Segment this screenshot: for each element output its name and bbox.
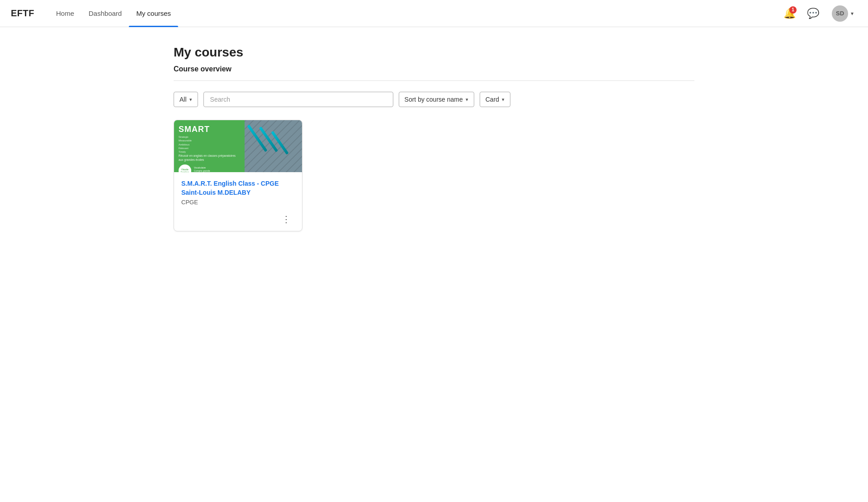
course-card-image: SMART StrategicMeasurableAmbitiousReleva…: [174, 120, 302, 172]
message-button[interactable]: 💬: [805, 5, 821, 22]
smart-column-1: StrategicMeasurableAmbitiousRelevantTime…: [179, 135, 192, 154]
course-thumbnail: SMART StrategicMeasurableAmbitiousReleva…: [174, 120, 302, 172]
nav-home[interactable]: Home: [49, 0, 81, 27]
course-card-body: S.M.A.R.T. English Class - CPGE Saint-Lo…: [174, 172, 302, 213]
course-title[interactable]: S.M.A.R.T. English Class - CPGE Saint-Lo…: [181, 179, 295, 197]
view-label: Card: [486, 96, 499, 103]
course-category: CPGE: [181, 199, 295, 206]
view-chevron-icon: ▾: [502, 97, 505, 103]
sort-select[interactable]: Sort by course name ▾: [399, 92, 474, 107]
header-left: EFTF Home Dashboard My courses: [11, 0, 178, 27]
chevron-down-icon: ▾: [851, 10, 854, 17]
message-icon: 💬: [807, 8, 819, 19]
all-filter-select[interactable]: All ▾: [174, 92, 198, 107]
logo: EFTF: [11, 8, 34, 19]
header: EFTF Home Dashboard My courses 🔔 1 💬 SD …: [0, 0, 868, 27]
courses-grid: SMART StrategicMeasurableAmbitiousReleva…: [174, 120, 694, 231]
sort-label: Sort by course name: [405, 96, 463, 103]
smart-tagline: Réussir en anglais en classes préparatoi…: [179, 154, 240, 162]
section-divider: [174, 80, 694, 81]
course-card[interactable]: SMART StrategicMeasurableAmbitiousReleva…: [174, 120, 302, 231]
pencil-icon-2: [259, 127, 278, 152]
nav-dashboard[interactable]: Dashboard: [81, 0, 129, 27]
notification-badge: 1: [789, 6, 797, 14]
avatar: SD: [832, 5, 848, 22]
smart-badge: l'écolel'amène: [179, 164, 191, 172]
smart-details: VocabulaireCompris grandeExercices de tr…: [194, 166, 217, 172]
all-filter-chevron-icon: ▾: [189, 97, 192, 103]
all-filter-label: All: [179, 96, 187, 103]
sort-chevron-icon: ▾: [466, 97, 468, 103]
main-nav: Home Dashboard My courses: [49, 0, 178, 27]
search-input[interactable]: [203, 92, 393, 107]
search-wrapper: [203, 92, 393, 107]
section-title: Course overview: [174, 65, 694, 73]
course-thumbnail-left: SMART StrategicMeasurableAmbitiousReleva…: [174, 120, 245, 172]
nav-my-courses[interactable]: My courses: [129, 0, 178, 27]
header-right: 🔔 1 💬 SD ▾: [781, 4, 857, 23]
notification-button[interactable]: 🔔 1: [781, 5, 797, 22]
course-thumbnail-right: [245, 120, 302, 172]
filter-bar: All ▾ Sort by course name ▾ Card ▾: [174, 92, 694, 107]
pencil-icon-1: [247, 125, 267, 152]
course-more-button[interactable]: ⋮: [278, 213, 295, 225]
course-card-footer: ⋮: [174, 213, 302, 231]
smart-title: SMART: [179, 125, 240, 134]
main-content: My courses Course overview All ▾ Sort by…: [163, 27, 705, 249]
pencil-icon-3: [271, 131, 288, 155]
view-select[interactable]: Card ▾: [480, 92, 510, 107]
page-title: My courses: [174, 45, 694, 60]
user-avatar-button[interactable]: SD ▾: [828, 4, 857, 23]
